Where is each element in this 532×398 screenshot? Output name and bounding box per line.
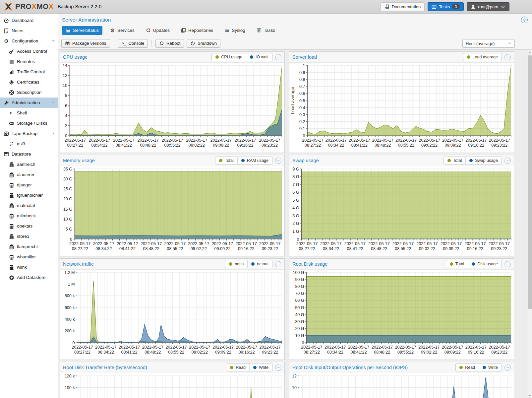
legend-item-total[interactable]: Total <box>446 260 468 268</box>
svg-text:2022-05-17: 2022-05-17 <box>93 241 114 246</box>
legend-item-disk-usage[interactable]: Disk usage <box>468 260 502 268</box>
tab-syslog[interactable]: Syslog <box>221 26 249 35</box>
collapse-panel-icon[interactable]: − <box>275 158 281 164</box>
sidebar-item-configuration[interactable]: ⚙Configuration <box>0 36 58 46</box>
tab-repositories[interactable]: Repositories <box>177 26 217 35</box>
legend-item-netin[interactable]: netin <box>225 260 247 268</box>
sidebar-item-remotes[interactable]: Remotes <box>0 56 58 67</box>
sidebar-item-djaeger[interactable]: djaeger <box>0 180 58 190</box>
tab-services[interactable]: ⚙Services <box>106 26 138 35</box>
svg-text:2022-05-17: 2022-05-17 <box>419 138 440 143</box>
sidebar-item-malmalat[interactable]: malmalat <box>0 200 58 211</box>
svg-text:09:02:22: 09:02:22 <box>421 350 437 355</box>
sidebar-item-label: wlink <box>17 265 27 270</box>
legend-item-read[interactable]: Read <box>456 364 479 371</box>
chart-panel-rootdisk: Root Disk usageTotalDisk usage−100 G90 G… <box>289 258 514 360</box>
collapse-panel-icon[interactable]: − <box>504 158 511 164</box>
collapse-panel-icon[interactable]: − <box>504 261 511 267</box>
vertical-scrollbar <box>527 50 532 398</box>
tab-tasks[interactable]: Tasks <box>253 26 279 35</box>
legend-item-swap-usage[interactable]: Swap usage <box>465 157 502 164</box>
tasks-count-badge: 1 <box>452 4 460 9</box>
legend-item-read[interactable]: Read <box>226 364 249 371</box>
chart-bars-icon <box>9 69 14 75</box>
caret-down-icon[interactable] <box>52 38 55 43</box>
sidebar-item-aantreich[interactable]: aantreich <box>0 159 58 169</box>
chart-panel-net: Network trafficnetinnetout−1.2 M1 M800 k… <box>60 258 285 360</box>
chevron-down-icon <box>501 4 505 9</box>
sidebar-item-store1[interactable]: store1 <box>0 231 58 241</box>
svg-text:2022-05-17: 2022-05-17 <box>259 241 280 246</box>
green-series-dot-icon <box>447 159 451 162</box>
sidebar-item-traffic-control[interactable]: Traffic Control <box>0 67 58 77</box>
svg-text:0: 0 <box>302 341 304 345</box>
console-button[interactable]: >_Console <box>118 39 148 48</box>
sidebar-item-subscription[interactable]: Subscription <box>0 87 58 98</box>
legend-item-write[interactable]: Write <box>249 364 272 371</box>
legend-item-cpu-usage[interactable]: CPU usage <box>212 53 246 61</box>
shutdown-button[interactable]: Shutdown <box>187 39 220 48</box>
sidebar-item-wlink[interactable]: wlink <box>0 262 58 272</box>
legend-item-total[interactable]: Total <box>444 157 465 164</box>
legend-item-write[interactable]: Write <box>479 364 502 371</box>
sidebar-item-dashboard[interactable]: Dashboard <box>0 15 58 26</box>
legend-item-load-average[interactable]: Load average <box>463 53 502 61</box>
tab-label: Tasks <box>264 28 275 33</box>
sidebar-item-storage-disks[interactable]: Storage / Disks <box>0 118 58 128</box>
sidebar-item-qsl3[interactable]: qsl3 <box>0 139 58 149</box>
sidebar-item-wbumiller[interactable]: wbumiller <box>0 252 58 262</box>
user-menu-button[interactable]: root@pam <box>467 2 509 11</box>
caret-down-icon[interactable] <box>52 100 55 105</box>
sidebar-item-add-datastore[interactable]: Add Datastore <box>0 272 58 283</box>
svg-text:5 G: 5 G <box>66 227 72 232</box>
legend-label: Total <box>453 158 462 163</box>
package-versions-button[interactable]: Package versions <box>61 39 110 48</box>
svg-text:20 G: 20 G <box>295 326 304 331</box>
svg-text:0: 0 <box>70 237 72 242</box>
tasks-button[interactable]: Tasks 1 <box>428 2 464 11</box>
undo-icon <box>159 41 164 46</box>
sidebar-item-access-control[interactable]: Access Control <box>0 46 58 56</box>
sidebar-item-alauterer[interactable]: alauterer <box>0 169 58 180</box>
documentation-button[interactable]: Documentation <box>381 2 425 11</box>
sidebar-item-notes[interactable]: Notes <box>0 26 58 36</box>
legend-item-total[interactable]: Total <box>215 157 237 164</box>
svg-text:100 k: 100 k <box>65 385 75 390</box>
button-label: Shutdown <box>198 41 217 46</box>
collapse-panel-icon[interactable]: − <box>275 365 281 371</box>
legend-item-io-wait[interactable]: IO wait <box>246 53 272 61</box>
green-series-dot-icon <box>467 55 470 59</box>
sidebar-item-datastore[interactable]: Datastore <box>0 149 58 159</box>
help-icon[interactable]: ? <box>521 17 528 23</box>
scroll-down-arrow[interactable] <box>527 393 532 398</box>
caret-down-icon[interactable] <box>52 131 55 136</box>
sidebar-item-certificates[interactable]: Certificates <box>0 77 58 87</box>
svg-text:7 G: 7 G <box>292 182 299 187</box>
sidebar-item-mlimbeck[interactable]: mlimbeck <box>0 211 58 221</box>
collapse-panel-icon[interactable]: − <box>275 54 281 60</box>
timeframe-select[interactable]: Hour (average) <box>462 39 515 48</box>
sidebar-item-label: Access Control <box>17 49 47 54</box>
sidebar-item-label: Add Datastore <box>17 275 45 280</box>
collapse-panel-icon[interactable]: − <box>504 54 511 60</box>
tab-serverstatus[interactable]: ServerStatus <box>62 26 102 35</box>
sidebar-item-tlamprecht[interactable]: tlamprecht <box>0 241 58 252</box>
sidebar-item-shell[interactable]: >_Shell <box>0 108 58 118</box>
legend-item-ram-usage[interactable]: RAM usage <box>237 157 272 164</box>
svg-text:0.1: 0.1 <box>299 126 305 131</box>
collapse-panel-icon[interactable]: − <box>504 365 511 371</box>
database-icon <box>9 265 14 270</box>
reboot-button[interactable]: Reboot <box>155 39 184 48</box>
scroll-up-arrow[interactable] <box>527 50 532 55</box>
legend-item-netout[interactable]: netout <box>247 260 272 268</box>
svg-text:08:55:22: 08:55:22 <box>397 350 414 355</box>
sidebar-item-obektas[interactable]: obektas <box>0 221 58 231</box>
sidebar-item-label: mlimbeck <box>17 213 36 218</box>
scroll-thumb[interactable] <box>528 55 532 309</box>
sidebar-item-tape-backup[interactable]: Tape Backup <box>0 128 58 139</box>
collapse-panel-icon[interactable]: − <box>275 261 281 267</box>
sidebar-item-administration[interactable]: Administration <box>0 98 58 108</box>
sidebar-item-fgruenbichler[interactable]: fgruenbichler <box>0 190 58 200</box>
chart-panel-iops: Root Disk Input/Output Operations per Se… <box>289 362 514 398</box>
tab-updates[interactable]: Updates <box>142 26 173 35</box>
